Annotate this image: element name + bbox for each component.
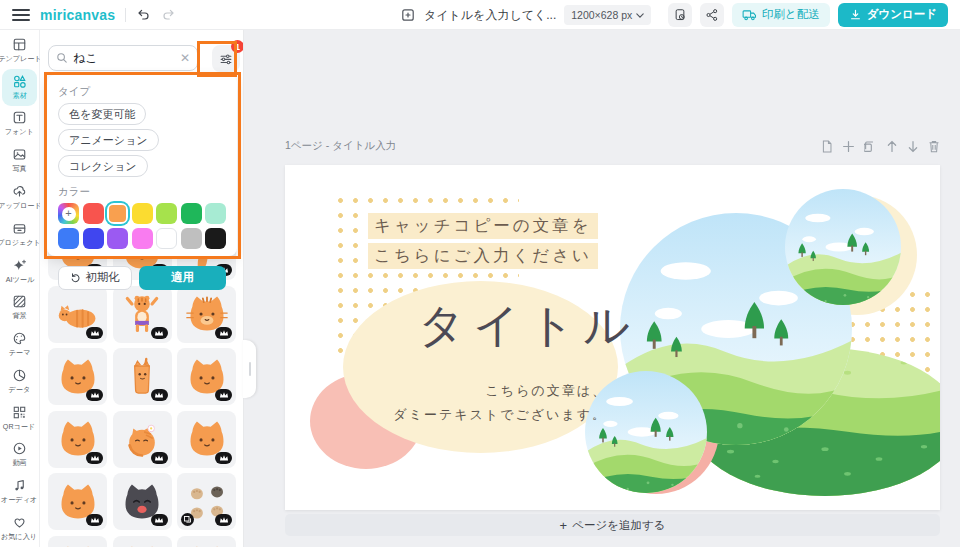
color-swatch[interactable] <box>58 203 79 224</box>
sidebar-item-icon <box>12 515 27 530</box>
sidebar-item[interactable]: 写真 <box>2 142 37 179</box>
download-button[interactable]: ダウンロード <box>838 3 948 27</box>
filter-sliders-icon <box>219 52 233 66</box>
sidebar-item[interactable]: プロジェクト <box>2 216 37 253</box>
color-swatch[interactable] <box>156 228 177 249</box>
color-swatch[interactable] <box>132 228 153 249</box>
new-page-button[interactable] <box>821 140 833 153</box>
duplicate-page-button[interactable] <box>864 140 877 153</box>
asset-tile[interactable] <box>113 286 172 343</box>
main-menu-button[interactable] <box>12 9 30 21</box>
design-body-text[interactable]: こちらの文章は、 ダミーテキストでございます。 <box>345 379 607 427</box>
sidebar-item[interactable]: QRコード <box>2 400 37 437</box>
apply-filters-button[interactable]: 適用 <box>139 266 226 290</box>
version-history-button[interactable] <box>668 3 692 27</box>
filter-button[interactable]: 1 <box>212 45 240 72</box>
design-title-text[interactable]: タイトル <box>418 295 638 357</box>
search-input[interactable]: ねこ ✕ <box>48 45 198 71</box>
asset-illustration <box>120 542 164 547</box>
color-swatch[interactable] <box>107 228 128 249</box>
asset-tile[interactable] <box>177 286 236 343</box>
print-delivery-button[interactable]: 印刷と配送 <box>732 3 830 27</box>
color-swatch[interactable] <box>107 203 128 224</box>
sidebar-item[interactable]: データ <box>2 363 37 400</box>
delete-page-button[interactable] <box>928 140 940 153</box>
asset-illustration <box>185 542 229 547</box>
color-swatch[interactable] <box>181 228 202 249</box>
premium-crown-badge <box>215 514 232 526</box>
color-swatch[interactable] <box>181 203 202 224</box>
version-history-icon <box>673 8 687 22</box>
filter-type-chip[interactable]: アニメーション <box>58 129 159 151</box>
filter-type-chip[interactable]: 色を変更可能 <box>58 103 146 125</box>
sidebar-item-icon <box>12 331 27 346</box>
color-swatch[interactable] <box>205 203 226 224</box>
sidebar-item[interactable]: テーマ <box>2 326 37 363</box>
color-swatches <box>58 203 226 249</box>
sidebar-item[interactable]: テンプレート <box>2 32 37 69</box>
asset-tile[interactable] <box>177 536 236 547</box>
asset-tile[interactable] <box>113 348 172 405</box>
sidebar-item[interactable]: AIツール <box>2 253 37 290</box>
sidebar-item[interactable]: お気に入り <box>2 510 37 547</box>
asset-tile[interactable] <box>177 348 236 405</box>
premium-crown-badge <box>151 452 168 464</box>
sidebar-item[interactable]: アップロード <box>2 179 37 216</box>
sidebar-item[interactable]: 背景 <box>2 289 37 326</box>
asset-tile[interactable] <box>113 536 172 547</box>
redo-button[interactable] <box>161 7 176 22</box>
share-button[interactable] <box>700 3 724 27</box>
asset-tile[interactable] <box>177 411 236 468</box>
undo-button[interactable] <box>136 7 151 22</box>
asset-tile[interactable] <box>48 348 107 405</box>
sidebar-item-icon <box>12 478 27 493</box>
canvas-size-dropdown[interactable]: 1200×628 px <box>564 5 651 25</box>
sidebar-item[interactable]: 動画 <box>2 437 37 474</box>
reset-filters-button[interactable]: 初期化 <box>58 266 132 290</box>
asset-tile[interactable] <box>48 286 107 343</box>
asset-tile[interactable] <box>48 473 107 530</box>
clear-search-button[interactable]: ✕ <box>180 52 190 64</box>
design-page[interactable]: キャッチコピーの文章を こちらにご入力ください タイトル こちらの文章は、 ダミ… <box>285 165 940 510</box>
color-swatch[interactable] <box>83 228 104 249</box>
asset-tile[interactable] <box>113 411 172 468</box>
chevron-down-icon <box>636 13 644 18</box>
new-document-icon <box>400 7 416 23</box>
new-document-button[interactable] <box>400 7 416 23</box>
color-swatch[interactable] <box>83 203 104 224</box>
catch-copy-line2: こちらにご入力ください <box>368 243 598 269</box>
color-swatch[interactable] <box>132 203 153 224</box>
add-page-button[interactable]: + ページを追加する <box>285 514 940 536</box>
sidebar-item[interactable]: フォント <box>2 106 37 143</box>
add-page-icon-button[interactable] <box>842 140 855 153</box>
sidebar-item[interactable]: 素材 <box>2 69 37 106</box>
sidebar-item-icon <box>12 74 27 89</box>
filter-type-chip[interactable]: コレクション <box>58 155 148 177</box>
filter-count-badge: 1 <box>231 40 244 53</box>
sidebar-item[interactable]: オーディオ <box>2 473 37 510</box>
color-swatch[interactable] <box>156 203 177 224</box>
color-swatch-fill <box>181 228 202 249</box>
asset-tile[interactable] <box>113 473 172 530</box>
color-swatch[interactable] <box>58 228 79 249</box>
panel-collapse-handle[interactable] <box>243 340 256 398</box>
asset-tile[interactable] <box>48 536 107 547</box>
sidebar-item-label: オーディオ <box>1 496 37 506</box>
reset-label: 初期化 <box>85 270 120 285</box>
sidebar-item-icon <box>12 368 27 383</box>
move-page-up-button[interactable] <box>886 140 898 153</box>
print-delivery-label: 印刷と配送 <box>762 7 820 22</box>
asset-tile[interactable] <box>177 473 236 530</box>
sidebar-item-icon <box>12 147 27 162</box>
app-logo[interactable]: miricanvas <box>40 7 115 23</box>
sidebar-item-label: QRコード <box>3 422 35 432</box>
color-swatch[interactable] <box>205 228 226 249</box>
sidebar-item-icon <box>12 184 27 199</box>
landscape-circle-topright[interactable] <box>785 189 901 305</box>
move-page-down-button[interactable] <box>907 140 919 153</box>
catch-copy-text[interactable]: キャッチコピーの文章を こちらにご入力ください <box>368 213 598 269</box>
asset-tile[interactable] <box>48 411 107 468</box>
sidebar-item-label: テーマ <box>9 348 31 358</box>
document-title[interactable]: タイトルを入力してく... <box>424 7 556 24</box>
sidebar-item-label: 写真 <box>12 164 26 174</box>
